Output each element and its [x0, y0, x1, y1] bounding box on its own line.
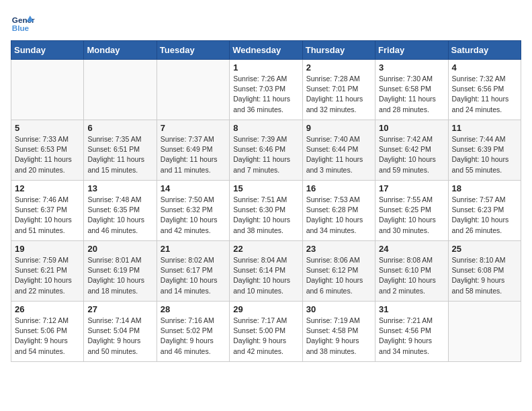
day-number: 26 [15, 304, 80, 314]
calendar-week-1: 1Sunrise: 7:26 AM Sunset: 7:03 PM Daylig… [11, 60, 521, 120]
day-info: Sunrise: 7:59 AM Sunset: 6:21 PM Dayligh… [15, 255, 80, 296]
calendar-cell: 26Sunrise: 7:12 AM Sunset: 5:06 PM Dayli… [11, 302, 84, 362]
calendar-cell: 19Sunrise: 7:59 AM Sunset: 6:21 PM Dayli… [11, 241, 84, 302]
day-info: Sunrise: 7:16 AM Sunset: 5:02 PM Dayligh… [161, 316, 226, 357]
day-info: Sunrise: 7:32 AM Sunset: 6:56 PM Dayligh… [452, 74, 517, 115]
calendar-cell: 14Sunrise: 7:50 AM Sunset: 6:32 PM Dayli… [157, 181, 229, 241]
calendar-cell: 17Sunrise: 7:55 AM Sunset: 6:25 PM Dayli… [375, 181, 448, 241]
day-number: 7 [161, 123, 226, 133]
day-number: 18 [452, 183, 517, 193]
calendar-cell [157, 60, 229, 120]
calendar-cell: 18Sunrise: 7:57 AM Sunset: 6:23 PM Dayli… [448, 181, 521, 241]
day-number: 13 [87, 183, 152, 193]
day-info: Sunrise: 7:19 AM Sunset: 4:58 PM Dayligh… [306, 316, 371, 357]
day-number: 27 [87, 304, 152, 314]
day-info: Sunrise: 7:55 AM Sunset: 6:25 PM Dayligh… [379, 195, 444, 236]
calendar-cell: 20Sunrise: 8:01 AM Sunset: 6:19 PM Dayli… [84, 241, 157, 302]
calendar-cell: 16Sunrise: 7:53 AM Sunset: 6:28 PM Dayli… [302, 181, 375, 241]
day-number: 19 [15, 244, 80, 254]
logo-icon: General Blue [11, 11, 35, 35]
day-number: 20 [87, 244, 152, 254]
day-number: 3 [379, 62, 444, 73]
day-info: Sunrise: 8:01 AM Sunset: 6:19 PM Dayligh… [87, 255, 152, 296]
calendar-cell: 13Sunrise: 7:48 AM Sunset: 6:35 PM Dayli… [84, 181, 157, 241]
day-number: 2 [306, 62, 371, 73]
day-number: 11 [452, 123, 517, 133]
day-info: Sunrise: 7:40 AM Sunset: 6:44 PM Dayligh… [306, 134, 371, 175]
calendar-cell: 8Sunrise: 7:39 AM Sunset: 6:46 PM Daylig… [230, 120, 302, 181]
day-number: 14 [161, 183, 226, 193]
day-info: Sunrise: 7:50 AM Sunset: 6:32 PM Dayligh… [161, 195, 226, 236]
calendar-week-4: 19Sunrise: 7:59 AM Sunset: 6:21 PM Dayli… [11, 241, 521, 302]
calendar-cell: 3Sunrise: 7:30 AM Sunset: 6:58 PM Daylig… [375, 60, 448, 120]
day-info: Sunrise: 7:44 AM Sunset: 6:39 PM Dayligh… [452, 134, 517, 175]
calendar-week-5: 26Sunrise: 7:12 AM Sunset: 5:06 PM Dayli… [11, 302, 521, 362]
day-number: 4 [452, 62, 517, 73]
day-number: 16 [306, 183, 371, 193]
calendar-cell: 29Sunrise: 7:17 AM Sunset: 5:00 PM Dayli… [230, 302, 302, 362]
calendar-week-3: 12Sunrise: 7:46 AM Sunset: 6:37 PM Dayli… [11, 181, 521, 241]
day-info: Sunrise: 7:21 AM Sunset: 4:56 PM Dayligh… [379, 316, 444, 357]
day-number: 28 [161, 304, 226, 314]
day-number: 15 [233, 183, 298, 193]
day-info: Sunrise: 8:06 AM Sunset: 6:12 PM Dayligh… [306, 255, 371, 296]
day-info: Sunrise: 8:02 AM Sunset: 6:17 PM Dayligh… [161, 255, 226, 296]
day-number: 8 [233, 123, 298, 133]
calendar-cell [11, 60, 84, 120]
header: General Blue [11, 11, 521, 35]
calendar-cell: 21Sunrise: 8:02 AM Sunset: 6:17 PM Dayli… [157, 241, 229, 302]
day-info: Sunrise: 7:28 AM Sunset: 7:01 PM Dayligh… [306, 74, 371, 115]
day-info: Sunrise: 7:46 AM Sunset: 6:37 PM Dayligh… [15, 195, 80, 236]
day-info: Sunrise: 7:17 AM Sunset: 5:00 PM Dayligh… [233, 316, 298, 357]
day-number: 30 [306, 304, 371, 314]
calendar-cell [448, 302, 521, 362]
calendar-cell: 4Sunrise: 7:32 AM Sunset: 6:56 PM Daylig… [448, 60, 521, 120]
weekday-header-monday: Monday [84, 41, 157, 60]
calendar-cell: 7Sunrise: 7:37 AM Sunset: 6:49 PM Daylig… [157, 120, 229, 181]
weekday-header-friday: Friday [375, 41, 448, 60]
day-info: Sunrise: 7:26 AM Sunset: 7:03 PM Dayligh… [233, 74, 298, 115]
day-number: 31 [379, 304, 444, 314]
weekday-header-wednesday: Wednesday [230, 41, 302, 60]
day-number: 24 [379, 244, 444, 254]
day-number: 22 [233, 244, 298, 254]
calendar-cell [84, 60, 157, 120]
calendar-cell: 25Sunrise: 8:10 AM Sunset: 6:08 PM Dayli… [448, 241, 521, 302]
day-number: 9 [306, 123, 371, 133]
day-info: Sunrise: 7:35 AM Sunset: 6:51 PM Dayligh… [87, 134, 152, 175]
svg-text:Blue: Blue [12, 24, 30, 32]
day-info: Sunrise: 7:57 AM Sunset: 6:23 PM Dayligh… [452, 195, 517, 236]
calendar-cell: 24Sunrise: 8:08 AM Sunset: 6:10 PM Dayli… [375, 241, 448, 302]
day-number: 25 [452, 244, 517, 254]
calendar-cell: 11Sunrise: 7:44 AM Sunset: 6:39 PM Dayli… [448, 120, 521, 181]
logo: General Blue [11, 11, 35, 35]
calendar-cell: 12Sunrise: 7:46 AM Sunset: 6:37 PM Dayli… [11, 181, 84, 241]
day-info: Sunrise: 7:48 AM Sunset: 6:35 PM Dayligh… [87, 195, 152, 236]
day-info: Sunrise: 7:33 AM Sunset: 6:53 PM Dayligh… [15, 134, 80, 175]
calendar-cell: 2Sunrise: 7:28 AM Sunset: 7:01 PM Daylig… [302, 60, 375, 120]
day-number: 21 [161, 244, 226, 254]
weekday-header-saturday: Saturday [448, 41, 521, 60]
day-info: Sunrise: 8:04 AM Sunset: 6:14 PM Dayligh… [233, 255, 298, 296]
day-number: 17 [379, 183, 444, 193]
weekday-header-sunday: Sunday [11, 41, 84, 60]
day-number: 10 [379, 123, 444, 133]
weekday-header-thursday: Thursday [302, 41, 375, 60]
day-info: Sunrise: 7:14 AM Sunset: 5:04 PM Dayligh… [87, 316, 152, 357]
calendar-cell: 6Sunrise: 7:35 AM Sunset: 6:51 PM Daylig… [84, 120, 157, 181]
day-info: Sunrise: 7:39 AM Sunset: 6:46 PM Dayligh… [233, 134, 298, 175]
day-number: 23 [306, 244, 371, 254]
calendar-cell: 31Sunrise: 7:21 AM Sunset: 4:56 PM Dayli… [375, 302, 448, 362]
calendar-cell: 5Sunrise: 7:33 AM Sunset: 6:53 PM Daylig… [11, 120, 84, 181]
day-number: 5 [15, 123, 80, 133]
day-number: 6 [87, 123, 152, 133]
calendar-table: SundayMondayTuesdayWednesdayThursdayFrid… [11, 40, 521, 362]
calendar-cell: 15Sunrise: 7:51 AM Sunset: 6:30 PM Dayli… [230, 181, 302, 241]
day-info: Sunrise: 7:53 AM Sunset: 6:28 PM Dayligh… [306, 195, 371, 236]
weekday-header-tuesday: Tuesday [157, 41, 229, 60]
calendar-cell: 22Sunrise: 8:04 AM Sunset: 6:14 PM Dayli… [230, 241, 302, 302]
calendar-cell: 27Sunrise: 7:14 AM Sunset: 5:04 PM Dayli… [84, 302, 157, 362]
calendar-week-2: 5Sunrise: 7:33 AM Sunset: 6:53 PM Daylig… [11, 120, 521, 181]
day-info: Sunrise: 7:12 AM Sunset: 5:06 PM Dayligh… [15, 316, 80, 357]
day-info: Sunrise: 7:42 AM Sunset: 6:42 PM Dayligh… [379, 134, 444, 175]
